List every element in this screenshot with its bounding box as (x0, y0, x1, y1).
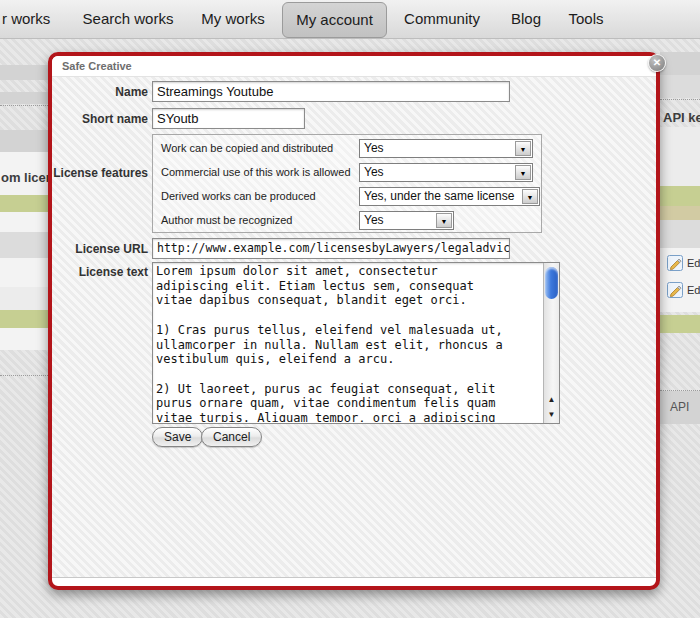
bg-row-highlighted (660, 186, 700, 206)
bg-row (660, 75, 700, 98)
license-text-label: License text (52, 265, 148, 279)
bg-row (660, 52, 700, 75)
feature-select-author[interactable]: Yes ▼ (359, 211, 454, 230)
name-label: Name (52, 85, 148, 99)
bg-row (0, 258, 48, 287)
short-name-input[interactable]: SYoutb (152, 108, 305, 129)
feature-select-copied-value: Yes (364, 141, 384, 155)
edit-button-label: Edit (687, 284, 700, 296)
license-features-box: Work can be copied and distributed Yes ▼… (152, 134, 542, 233)
nav-tab-search-works[interactable]: Search works (78, 0, 178, 38)
feature-select-copied[interactable]: Yes ▼ (359, 139, 533, 158)
feature-label-copied: Work can be copied and distributed (161, 139, 333, 158)
nav-tab-your-works[interactable]: r works (2, 0, 50, 38)
bg-api-label: API (670, 400, 689, 414)
feature-select-author-value: Yes (364, 213, 384, 227)
feature-label-derived: Derived works can be produced (161, 187, 316, 206)
nav-tab-blog[interactable]: Blog (506, 0, 546, 38)
license-features-label: License features (52, 166, 148, 180)
bg-row-selected (660, 206, 700, 220)
dialog-header[interactable]: Safe Creative ✕ (52, 56, 656, 77)
nav-tab-my-works[interactable]: My works (198, 0, 268, 38)
bg-row (660, 127, 700, 186)
edit-pencil-icon (667, 255, 683, 271)
bg-row (0, 92, 48, 104)
edit-button[interactable]: Edit (667, 282, 700, 298)
scroll-up-icon[interactable]: ▲ (544, 392, 559, 407)
name-input[interactable]: Streamings Youtube (152, 81, 510, 102)
dialog-body: Name Streamings Youtube Short name SYout… (52, 77, 656, 578)
close-icon[interactable]: ✕ (648, 54, 666, 72)
top-navbar: r works Search works My works My account… (0, 0, 700, 39)
edit-button[interactable]: Edit (667, 255, 700, 271)
license-text-textarea[interactable]: Lorem ipsum dolor sit amet, consectetur … (152, 262, 560, 424)
chevron-down-icon: ▼ (515, 141, 531, 156)
nav-tab-my-account[interactable]: My account (282, 2, 387, 38)
feature-select-commercial[interactable]: Yes ▼ (359, 163, 533, 182)
dialog-title: Safe Creative (62, 60, 132, 72)
feature-select-derived[interactable]: Yes, under the same license ▼ (359, 187, 540, 206)
chevron-down-icon: ▼ (436, 213, 452, 228)
feature-label-author: Author must be recognized (161, 211, 292, 230)
bg-divider (660, 99, 700, 100)
feature-label-commercial: Commercial use of this work is allowed (161, 163, 351, 182)
cancel-button[interactable]: Cancel (201, 427, 262, 447)
textarea-scrollbar[interactable]: ▲ ▼ (543, 263, 559, 423)
bg-row (0, 287, 48, 310)
save-button[interactable]: Save (152, 427, 203, 447)
bg-divider (0, 105, 48, 106)
bg-row (0, 130, 48, 152)
bg-row (0, 328, 48, 350)
nav-tab-community[interactable]: Community (398, 0, 486, 38)
edit-button-label: Edit (687, 257, 700, 269)
bg-row (0, 65, 48, 80)
short-name-label: Short name (52, 112, 148, 126)
bg-row-highlighted (660, 315, 700, 333)
bg-row (0, 232, 48, 258)
bg-divider (0, 375, 48, 376)
license-url-input[interactable]: http://www.example.com/licensesbyLawyers… (152, 238, 510, 259)
feature-select-derived-value: Yes, under the same license (364, 189, 514, 203)
chevron-down-icon: ▼ (522, 189, 538, 204)
license-text-content: Lorem ipsum dolor sit amet, consectetur … (156, 264, 541, 422)
scroll-down-icon[interactable]: ▼ (544, 407, 559, 422)
chevron-down-icon: ▼ (515, 165, 531, 180)
bg-row (0, 212, 48, 232)
scrollbar-thumb[interactable] (545, 267, 558, 299)
edit-pencil-icon (667, 282, 683, 298)
safe-creative-dialog: Safe Creative ✕ Name Streamings Youtube … (48, 52, 660, 590)
feature-select-commercial-value: Yes (364, 165, 384, 179)
license-url-label: License URL (52, 242, 148, 256)
bg-row-highlighted (0, 310, 48, 328)
nav-tab-tools[interactable]: Tools (562, 0, 610, 38)
bg-column-header-api-key: API key (663, 110, 700, 125)
bg-row-highlighted (0, 195, 48, 212)
bg-row (660, 220, 700, 248)
